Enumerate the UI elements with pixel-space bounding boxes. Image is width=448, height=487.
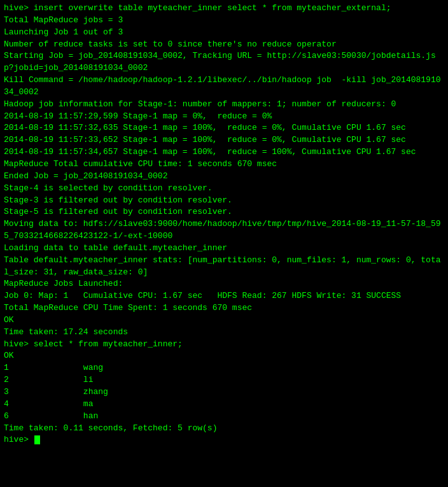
terminal-line: Moving data to: hdfs://slave03:9000/home… — [4, 218, 444, 243]
terminal-line: Table default.myteacher_inner stats: [nu… — [4, 255, 444, 279]
terminal-line: MapReduce Total cumulative CPU time: 1 s… — [4, 159, 444, 171]
terminal-line: 1 wang — [4, 362, 444, 374]
terminal-line: Total MapReduce CPU Time Spent: 1 second… — [4, 302, 444, 314]
terminal-line: OK — [4, 314, 444, 327]
terminal-line: Time taken: 17.24 seconds — [4, 327, 444, 339]
terminal-line: hive> insert overwrite table myteacher_i… — [4, 3, 444, 15]
terminal-line: Stage-5 is filtered out by condition res… — [4, 206, 444, 218]
terminal-cursor — [34, 435, 40, 444]
terminal-line: Job 0: Map: 1 Cumulative CPU: 1.67 sec H… — [4, 290, 444, 302]
terminal-line: MapReduce Jobs Launched: — [4, 278, 444, 290]
terminal-line: 6 han — [4, 411, 444, 423]
terminal-line: Kill Command = /home/hadoop/hadoop-1.2.1… — [4, 74, 444, 99]
terminal-line: Launching Job 1 out of 3 — [4, 27, 444, 39]
terminal-line: 2014-08-19 11:57:33,652 Stage-1 map = 10… — [4, 134, 444, 146]
terminal-line: Total MapReduce jobs = 3 — [4, 15, 444, 27]
terminal-line: hive> select * from myteacher_inner; — [4, 339, 444, 351]
terminal-line: 3 zhang — [4, 386, 444, 399]
terminal-line: Time taken: 0.11 seconds, Fetched: 5 row… — [4, 423, 444, 435]
terminal-line: OK — [4, 350, 444, 362]
terminal-line: Stage-4 is selected by condition resolve… — [4, 183, 444, 195]
terminal-line: Stage-3 is filtered out by condition res… — [4, 195, 444, 207]
terminal-line: 4 ma — [4, 399, 444, 411]
terminal-line: 2014-08-19 11:57:29,599 Stage-1 map = 0%… — [4, 111, 444, 123]
terminal-line: 2 li — [4, 374, 444, 386]
terminal-line: Number of reduce tasks is set to 0 since… — [4, 39, 444, 51]
terminal-line: 2014-08-19 11:57:34,657 Stage-1 map = 10… — [4, 146, 444, 159]
terminal-line: Ended Job = job_201408191034_0002 — [4, 171, 444, 183]
terminal-line: Starting Job = job_201408191034_0002, Tr… — [4, 50, 444, 74]
terminal-window: hive> insert overwrite table myteacher_i… — [0, 0, 448, 487]
terminal-line: 2014-08-19 11:57:32,635 Stage-1 map = 10… — [4, 122, 444, 134]
terminal-line: Loading data to table default.myteacher_… — [4, 243, 444, 255]
terminal-line: hive> — [4, 434, 444, 446]
terminal-line: Hadoop job information for Stage-1: numb… — [4, 99, 444, 111]
